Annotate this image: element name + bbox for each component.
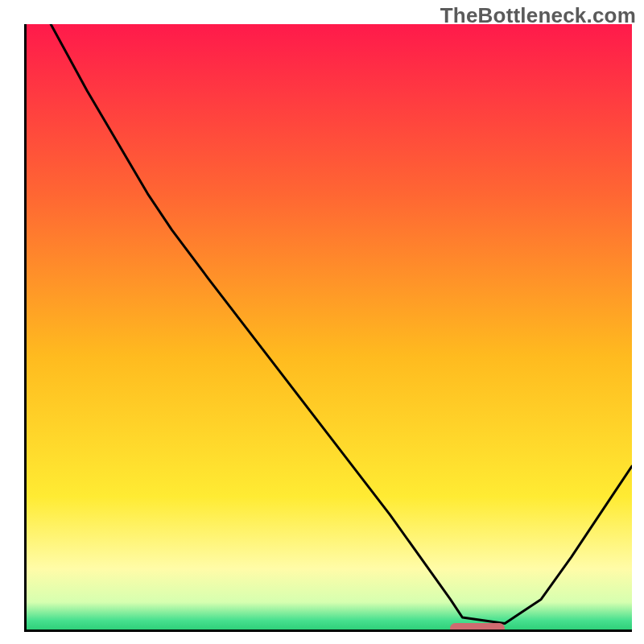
chart-svg [27, 24, 632, 630]
optimal-marker [450, 623, 505, 632]
plot-area [24, 24, 632, 632]
gradient-background [27, 24, 632, 630]
chart-frame: TheBottleneck.com [0, 0, 644, 644]
watermark-label: TheBottleneck.com [440, 3, 636, 28]
